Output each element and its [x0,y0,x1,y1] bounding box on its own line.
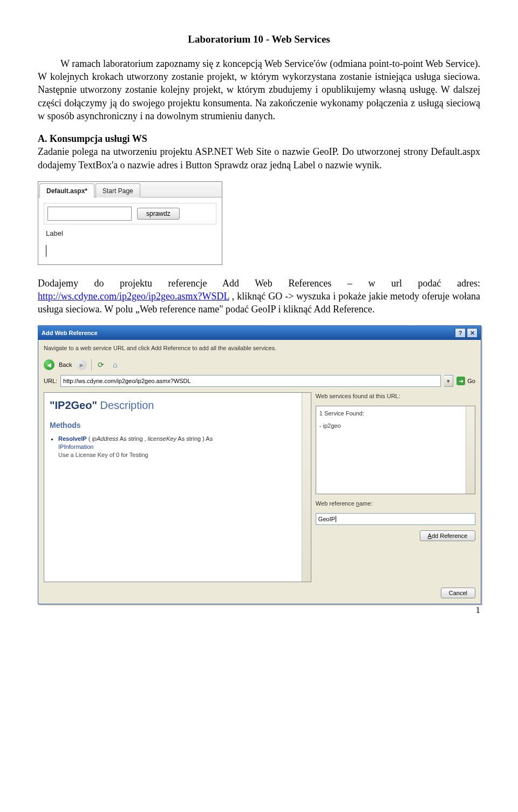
dialog-instructions: Navigate to a web service URL and click … [38,340,481,357]
back-icon[interactable]: ◄ [44,359,54,370]
method-item: ResolveIP ( ipAddress As string , licens… [58,435,296,459]
intro-paragraph: W ramach laboratorium zapoznamy się z ko… [38,57,480,122]
reference-name-value: GeoIP [318,515,335,523]
add-reference-paragraph: Dodajemy do projektu referencje Add Web … [38,277,480,316]
go-button[interactable]: ➔ Go [456,377,475,385]
service-entry[interactable]: - ip2geo [319,422,472,430]
sig-open: ( [87,435,92,442]
service-name: "IP2Geo" [50,399,100,411]
url-value: http://ws.cdyne.com/ip2geo/ip2geo.asmx?W… [63,377,191,385]
refresh-icon[interactable]: ⟳ [96,360,106,370]
dialog-body: "IP2Geo" Description Methods ResolveIP (… [38,392,481,588]
refname-label: Web reference name: [316,500,475,508]
dialog-title-text: Add Web Reference [42,329,98,337]
param-1-type: As string [118,435,142,442]
add-web-reference-dialog: Add Web Reference ? ✕ Navigate to a web … [38,325,481,604]
designer-screenshot: Default.aspx* Start Page sprawdz Label [38,181,222,265]
dialog-titlebar: Add Web Reference ? ✕ [38,326,481,340]
adres-textbox[interactable] [47,207,132,221]
home-icon[interactable]: ⌂ [110,360,120,370]
refname-hotkey: n [356,500,359,507]
services-found-list: 1 Service Found: - ip2geo [316,406,475,494]
back-label[interactable]: Back [59,361,72,369]
reference-name-input[interactable]: GeoIP [316,513,475,525]
method-list: ResolveIP ( ipAddress As string , licens… [58,435,296,459]
wsdl-link[interactable]: http://ws.cdyne.com/ip2geo/ip2geo.asmx?W… [38,291,229,302]
sprawdz-button[interactable]: sprawdz [137,208,180,220]
toolbar-separator [91,359,92,371]
tab-strip: Default.aspx* Start Page [38,182,222,197]
url-dropdown-icon[interactable]: ▾ [444,375,453,387]
scrollbar[interactable] [466,406,475,494]
window-buttons: ? ✕ [455,328,478,338]
param-sep: , [143,435,148,442]
text-cursor [336,516,336,522]
service-title: "IP2Geo" Description [50,398,296,413]
tab-start-page[interactable]: Start Page [96,183,140,197]
go-arrow-icon: ➔ [456,377,465,385]
sig-close: ) As [201,435,213,442]
param-2: licenseKey [148,435,176,442]
text-cursor [46,245,46,257]
service-description-pane: "IP2Geo" Description Methods ResolveIP (… [44,392,311,582]
wynik-label: Label [46,229,216,238]
url-input[interactable]: http://ws.cdyne.com/ip2geo/ip2geo.asmx?W… [60,375,441,387]
cancel-button[interactable]: Cancel [441,588,475,598]
page-number: 1 [476,604,481,617]
help-icon[interactable]: ? [455,328,466,338]
methods-heading: Methods [50,420,296,431]
dialog-right-pane: Web services found at this URL: 1 Servic… [316,392,475,582]
page-title: Laboratorium 10 - Web Services [38,32,480,46]
design-surface: sprawdz Label [38,197,222,264]
method-name[interactable]: ResolveIP [58,435,87,442]
method-description: Use a License Key of 0 for Testing [58,452,148,458]
forward-icon: ► [76,359,87,370]
found-label: Web services found at this URL: [316,392,475,400]
section-a-head: A. Konsumpcja usługi WS [38,133,147,144]
dialog-footer-buttons: Cancel [38,588,481,604]
tab-default-aspx[interactable]: Default.aspx* [39,183,94,197]
scrollbar[interactable] [302,393,311,582]
service-title-suffix: Description [100,399,154,411]
url-row: URL: http://ws.cdyne.com/ip2geo/ip2geo.a… [38,375,481,392]
param-2-type: As string [176,435,201,442]
section-a-body: Zadanie polega na utworzeniu projektu AS… [38,146,480,170]
url-label: URL: [44,377,57,385]
para2-pre: Dodajemy do projektu referencje Add Web … [38,278,480,289]
close-icon[interactable]: ✕ [467,328,478,338]
dialog-nav-toolbar: ◄ Back ► ⟳ ⌂ [38,357,481,375]
add-reference-button[interactable]: Add Reference [420,530,475,541]
go-label: Go [467,377,475,385]
param-1: ipAddress [92,435,118,442]
section-a: A. Konsumpcja usługi WS Zadanie polega n… [38,132,480,172]
return-type: IPInformation [58,443,296,451]
services-count: 1 Service Found: [319,410,472,418]
input-row: sprawdz [44,203,216,224]
